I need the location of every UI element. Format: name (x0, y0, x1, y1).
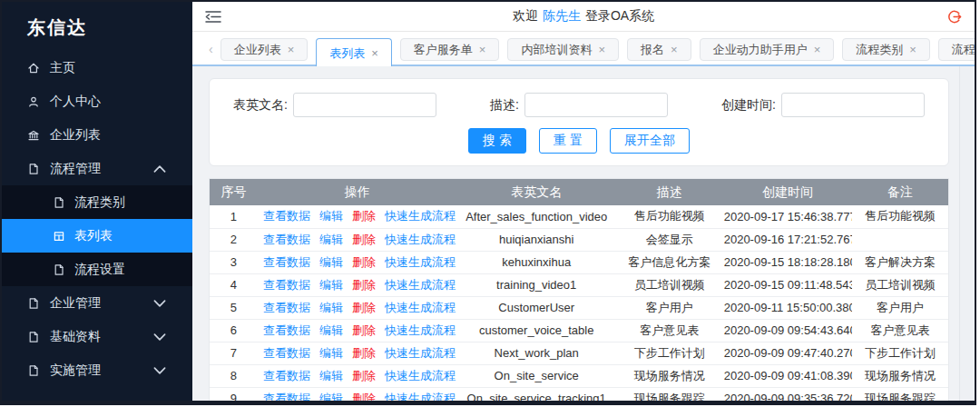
quick-generate-flow-link[interactable]: 快速生成流程 (385, 233, 456, 246)
quick-generate-flow-link[interactable]: 快速生成流程 (385, 278, 456, 292)
delete-link[interactable]: 删除 (352, 301, 376, 314)
sidebar-subitem[interactable]: 表列表 (2, 219, 192, 253)
table-name-cell: customer_voice_table (457, 319, 616, 342)
tab-item[interactable]: 内部培训资料× (507, 38, 619, 61)
edit-link[interactable]: 编辑 (319, 255, 343, 269)
note-cell: 现场服务情况 (852, 364, 948, 387)
sidebar-item[interactable]: 流程管理 (2, 152, 192, 185)
close-icon[interactable]: × (671, 44, 678, 55)
vertical-scrollbar[interactable] (959, 66, 975, 401)
sidebar-item[interactable]: 基础资料 (2, 320, 192, 353)
edit-link[interactable]: 编辑 (319, 392, 343, 402)
sidebar-item[interactable]: 企业管理 (2, 286, 192, 320)
row-number-cell: 8 (210, 364, 258, 387)
welcome-suffix: 登录OA系统 (585, 8, 654, 23)
tab-item[interactable]: 企业动力助手用户× (700, 38, 835, 61)
delete-link[interactable]: 删除 (352, 369, 376, 382)
edit-link[interactable]: 编辑 (319, 369, 343, 382)
sidebar-item[interactable]: 个人中心 (2, 84, 192, 118)
sidebar-nav: 主页个人中心企业列表流程管理流程类别表列表流程设置企业管理基础资料实施管理 (2, 51, 192, 387)
delete-link[interactable]: 删除 (352, 233, 376, 246)
created-time-cell: 2020-09-11 15:50:00.380 (723, 296, 852, 319)
welcome-text: 欢迎陈先生登录OA系统 (192, 8, 975, 25)
sidebar-subitem[interactable]: 流程类别 (2, 185, 192, 219)
close-icon[interactable]: × (909, 44, 916, 55)
close-icon[interactable]: × (479, 44, 486, 55)
view-data-link[interactable]: 查看数据 (263, 255, 310, 269)
delete-link[interactable]: 删除 (352, 392, 376, 402)
table-row: 4查看数据编辑删除快速生成流程training_video1员工培训视频2020… (210, 273, 948, 296)
sidebar-item[interactable]: 实施管理 (2, 353, 192, 387)
quick-generate-flow-link[interactable]: 快速生成流程 (385, 392, 456, 402)
delete-link[interactable]: 删除 (352, 255, 376, 269)
sidebar-item[interactable]: 企业列表 (2, 118, 192, 152)
table-english-name-input[interactable] (293, 93, 436, 117)
view-data-link[interactable]: 查看数据 (263, 369, 310, 382)
edit-link[interactable]: 编辑 (319, 209, 343, 223)
edit-link[interactable]: 编辑 (319, 346, 343, 360)
sidebar-subitem-label: 流程设置 (74, 262, 125, 278)
menu-fold-icon[interactable] (205, 10, 221, 24)
search-button[interactable]: 搜 索 (468, 128, 526, 154)
tab-label: 流程类别 (856, 39, 903, 60)
tab-item[interactable]: 报名× (627, 38, 691, 61)
sidebar-item[interactable]: 主页 (2, 51, 192, 84)
quick-generate-flow-link[interactable]: 快速生成流程 (385, 255, 456, 269)
view-data-link[interactable]: 查看数据 (263, 392, 310, 402)
close-icon[interactable]: × (814, 44, 821, 55)
created-time-cell: 2020-09-17 15:46:38.777 (723, 205, 852, 228)
view-data-link[interactable]: 查看数据 (263, 233, 310, 246)
tab-item[interactable]: 客户服务单× (400, 38, 500, 61)
reset-button[interactable]: 重 置 (539, 128, 597, 154)
sidebar-item-label: 主页 (50, 60, 75, 76)
edit-link[interactable]: 编辑 (319, 323, 343, 337)
quick-generate-flow-link[interactable]: 快速生成流程 (385, 346, 456, 360)
sidebar-subitem[interactable]: 流程设置 (2, 253, 192, 286)
quick-generate-flow-link[interactable]: 快速生成流程 (385, 323, 456, 337)
filter-group: 创建时间: (721, 93, 925, 117)
description-cell: 售后功能视频 (616, 205, 723, 228)
tab-item[interactable]: 流程类别详情× (938, 38, 976, 61)
tab-scroll-left-button[interactable]: ‹ (201, 38, 220, 60)
close-icon[interactable]: × (288, 44, 295, 55)
view-data-link[interactable]: 查看数据 (263, 323, 310, 337)
delete-link[interactable]: 删除 (352, 209, 376, 223)
tab-item[interactable]: 表列表× (316, 38, 392, 66)
tab-label: 企业列表 (234, 39, 281, 60)
expand-all-button[interactable]: 展开全部 (610, 128, 690, 154)
table-row: 5查看数据编辑删除快速生成流程CustomerUser客户用户2020-09-1… (210, 296, 948, 319)
tab-label: 流程类别详情 (952, 39, 976, 60)
tab-item[interactable]: 流程类别× (842, 38, 930, 61)
quick-generate-flow-link[interactable]: 快速生成流程 (385, 209, 456, 223)
app-logo: 东信达 (2, 2, 192, 51)
close-icon[interactable]: × (371, 47, 378, 59)
actions-cell: 查看数据编辑删除快速生成流程 (258, 387, 457, 401)
close-icon[interactable]: × (598, 44, 605, 55)
username-link[interactable]: 陈先生 (543, 8, 581, 23)
column-header: 描述 (616, 179, 723, 205)
description-input[interactable] (524, 93, 668, 117)
created-time-cell: 2020-09-15 18:18:28.180 (723, 251, 852, 273)
create-time-input[interactable] (781, 93, 925, 117)
delete-link[interactable]: 删除 (352, 323, 376, 337)
sidebar: 东信达 主页个人中心企业列表流程管理流程类别表列表流程设置企业管理基础资料实施管… (2, 2, 192, 401)
file-icon (53, 196, 65, 209)
sidebar-item-label: 企业列表 (50, 127, 101, 144)
row-number-cell: 7 (210, 342, 258, 364)
edit-link[interactable]: 编辑 (319, 301, 343, 314)
logout-icon[interactable] (946, 9, 962, 25)
tab-item[interactable]: 企业列表× (220, 38, 309, 61)
quick-generate-flow-link[interactable]: 快速生成流程 (385, 301, 456, 314)
view-data-link[interactable]: 查看数据 (263, 209, 310, 223)
delete-link[interactable]: 删除 (352, 278, 376, 292)
view-data-link[interactable]: 查看数据 (263, 301, 310, 314)
edit-link[interactable]: 编辑 (319, 233, 343, 246)
delete-link[interactable]: 删除 (352, 346, 376, 360)
view-data-link[interactable]: 查看数据 (263, 278, 310, 292)
table-row: 7查看数据编辑删除快速生成流程Next_work_plan下步工作计划2020-… (210, 342, 948, 364)
quick-generate-flow-link[interactable]: 快速生成流程 (385, 369, 456, 382)
view-data-link[interactable]: 查看数据 (263, 346, 310, 360)
created-time-cell: 2020-09-15 09:11:48.543 (723, 273, 852, 296)
edit-link[interactable]: 编辑 (319, 278, 343, 292)
file-icon (53, 263, 65, 276)
